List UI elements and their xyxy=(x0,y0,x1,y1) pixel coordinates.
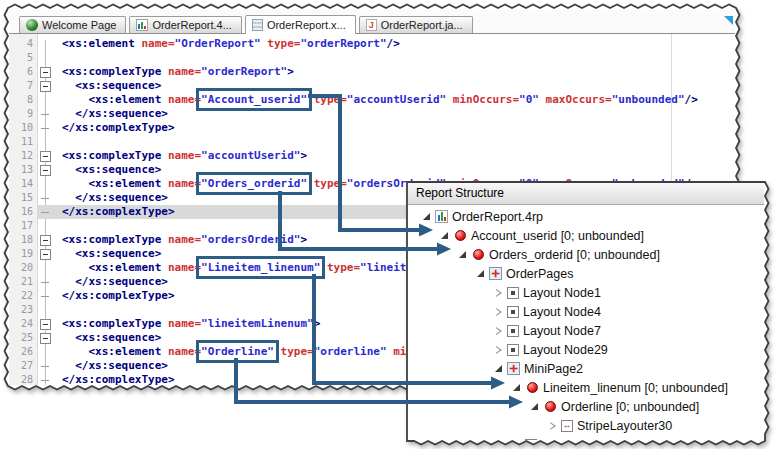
tree-item-layout-node7[interactable]: Layout Node7 xyxy=(408,321,764,340)
tree-collapsed-icon[interactable] xyxy=(492,346,505,354)
line-number: 15 xyxy=(9,191,37,205)
code-text: </xs:sequence> xyxy=(54,107,735,121)
line-number: 17 xyxy=(9,219,37,233)
code-line-12[interactable]: 12<xs:complexType name="accountUserid"> xyxy=(9,149,735,163)
code-line-5[interactable]: 5 xyxy=(9,51,735,65)
line-number: 28 xyxy=(9,373,37,385)
red-node-icon xyxy=(525,381,539,395)
fold-marker xyxy=(37,373,54,385)
tree-item-orders-orderid-0-unbounded[interactable]: Orders_orderid [0; unbounded] xyxy=(408,245,764,264)
line-number: 26 xyxy=(9,345,37,359)
tree-item-account-userid-0-unbounded[interactable]: Account_userid [0; unbounded] xyxy=(408,226,764,245)
tree-collapsed-icon[interactable] xyxy=(492,289,505,297)
layout-node-icon xyxy=(507,344,519,356)
tree-item-orderreport-4rp[interactable]: OrderReport.4rp xyxy=(408,207,764,226)
fold-marker xyxy=(37,177,54,191)
report-file-icon xyxy=(136,19,148,31)
line-number: 13 xyxy=(9,163,37,177)
tab-label: OrderReport.4... xyxy=(152,19,231,31)
tree-item-label: Orderline [0; unbounded] xyxy=(561,400,699,414)
fold-collapse-icon[interactable] xyxy=(37,247,54,261)
line-number: 25 xyxy=(9,331,37,345)
code-line-4[interactable]: 4<xs:element name="OrderReport" type="or… xyxy=(9,37,735,51)
fold-marker xyxy=(37,275,54,289)
tree-item-orderpages[interactable]: ✛OrderPages xyxy=(408,264,764,283)
fold-collapse-icon[interactable] xyxy=(37,317,54,331)
tree-item-orderline-0-unbounded[interactable]: Orderline [0; unbounded] xyxy=(408,397,764,416)
tree-item-label: StripeLayouter30 xyxy=(577,419,672,433)
code-text: <xs:sequence> xyxy=(54,163,735,177)
tab-overflow-indicator-icon[interactable] xyxy=(724,16,733,25)
line-number: 4 xyxy=(9,37,37,51)
highlight-box: "Lineitem_linenum" xyxy=(201,261,320,274)
code-line-8[interactable]: 8 <xs:element name="Account_userid" type… xyxy=(9,93,735,107)
code-line-11[interactable]: 11 xyxy=(9,135,735,149)
tree-item-layout-node29[interactable]: Layout Node29 xyxy=(408,340,764,359)
highlight-box: "Orderline" xyxy=(201,345,274,358)
code-line-10[interactable]: 10</xs:complexType> xyxy=(9,121,735,135)
tree-expanded-icon[interactable] xyxy=(528,403,541,410)
line-number: 21 xyxy=(9,275,37,289)
tree-collapsed-icon[interactable] xyxy=(492,308,505,316)
tab-orderreport-4[interactable]: OrderReport.4... xyxy=(129,16,241,33)
tab-welcome-page[interactable]: Welcome Page xyxy=(19,16,126,33)
tab-orderreport-ja[interactable]: JOrderReport.ja... xyxy=(359,16,473,33)
fold-marker xyxy=(37,219,54,233)
code-text: <xs:complexType name="accountUserid"> xyxy=(54,149,735,163)
tree-item-layout-node1[interactable]: Layout Node1 xyxy=(408,283,764,302)
tree-item-minipage2[interactable]: ✛MiniPage2 xyxy=(408,359,764,378)
code-text: <xs:element name="Account_userid" type="… xyxy=(54,93,735,107)
tree-item-label: OrderPages xyxy=(506,267,573,281)
fold-marker xyxy=(37,135,54,149)
tree-item-stripelayouter30[interactable]: ↔StripeLayouter30 xyxy=(408,416,764,435)
code-text: <xs:complexType name="orderReport"> xyxy=(54,65,735,79)
code-line-9[interactable]: 9 </xs:sequence> xyxy=(9,107,735,121)
tree-item-stripelayouter32[interactable]: ↔StripeLayouter32 xyxy=(408,435,764,440)
fold-collapse-icon[interactable] xyxy=(37,65,54,79)
tree-item-label: Account_userid [0; unbounded] xyxy=(471,229,644,243)
tree-item-label: Layout Node1 xyxy=(523,286,601,300)
tree-expanded-icon[interactable] xyxy=(510,384,523,391)
line-number: 7 xyxy=(9,79,37,93)
line-number: 5 xyxy=(9,51,37,65)
code-text: </xs:complexType> xyxy=(54,121,735,135)
fold-collapse-icon[interactable] xyxy=(37,331,54,345)
fold-collapse-icon[interactable] xyxy=(37,233,54,247)
line-number: 27 xyxy=(9,359,37,373)
fold-collapse-icon[interactable] xyxy=(37,163,54,177)
tree-expanded-icon[interactable] xyxy=(492,365,505,372)
line-number: 14 xyxy=(9,177,37,191)
code-line-13[interactable]: 13 <xs:sequence> xyxy=(9,163,735,177)
tree-expanded-icon[interactable] xyxy=(474,270,487,277)
code-text: <xs:element name="OrderReport" type="ord… xyxy=(54,37,735,51)
code-text xyxy=(54,51,735,65)
fold-marker xyxy=(37,303,54,317)
tree-item-label: MiniPage2 xyxy=(524,362,583,376)
tree-expanded-icon[interactable] xyxy=(438,232,451,239)
fold-collapse-icon[interactable] xyxy=(37,149,54,163)
xml-file-icon xyxy=(252,19,263,31)
tree-item-lineitem-linenum-0-unbounded[interactable]: Lineitem_linenum [0; unbounded] xyxy=(408,378,764,397)
tree-expanded-icon[interactable] xyxy=(420,213,433,220)
tree-expanded-icon[interactable] xyxy=(456,251,469,258)
tab-label: OrderReport.x... xyxy=(267,19,346,31)
line-number: 11 xyxy=(9,135,37,149)
tree-item-label: Lineitem_linenum [0; unbounded] xyxy=(543,381,728,395)
stripe-layouter-icon: ↔ xyxy=(561,420,573,432)
tab-bar: Welcome PageOrderReport.4...OrderReport.… xyxy=(9,9,735,34)
line-number: 12 xyxy=(9,149,37,163)
fold-collapse-icon[interactable] xyxy=(37,79,54,93)
tab-orderreport-x[interactable]: OrderReport.x... xyxy=(245,15,356,34)
tab-label: OrderReport.ja... xyxy=(381,19,463,31)
code-text xyxy=(54,135,735,149)
tree-collapsed-icon[interactable] xyxy=(492,327,505,335)
tree-collapsed-icon[interactable] xyxy=(546,422,559,430)
fold-marker xyxy=(37,37,54,51)
fold-marker xyxy=(37,205,54,219)
red-node-icon xyxy=(453,229,467,243)
code-line-7[interactable]: 7 <xs:sequence> xyxy=(9,79,735,93)
code-line-6[interactable]: 6<xs:complexType name="orderReport"> xyxy=(9,65,735,79)
report-structure-panel: Report Structure OrderReport.4rpAccount_… xyxy=(405,180,767,443)
tree-item-layout-node4[interactable]: Layout Node4 xyxy=(408,302,764,321)
fold-marker xyxy=(37,93,54,107)
